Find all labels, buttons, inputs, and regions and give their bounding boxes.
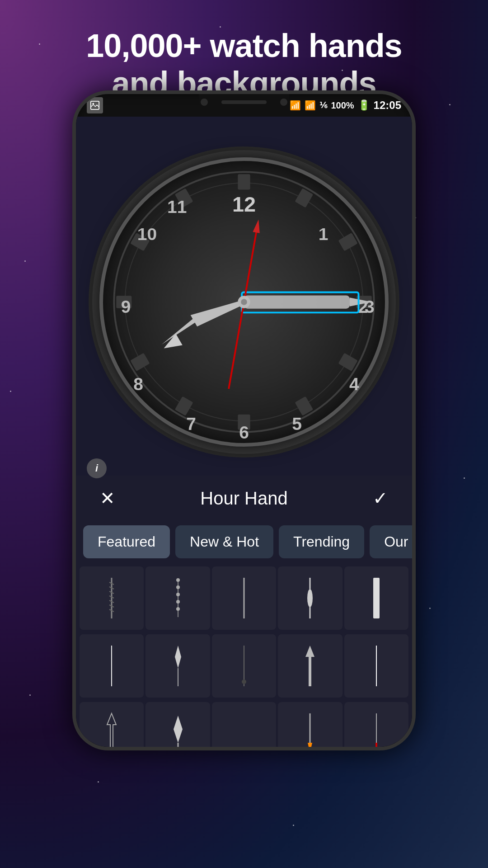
tab-our-pic[interactable]: Our Pic [370,525,412,558]
svg-point-76 [242,679,246,684]
svg-text:4: 4 [349,374,359,394]
tab-featured[interactable]: Featured [83,525,170,558]
clock-face: 12 1 2 3 4 5 6 7 8 9 10 11 [99,157,389,447]
headline-line1: 10,000+ watch hands [86,28,402,64]
cancel-button[interactable]: ✕ [94,485,121,512]
phone-frame: 📶 📶 ⅙ 100% 🔋 12:05 [72,90,416,750]
hour-hand-graphic [156,288,248,354]
bluetooth-icon: 📶 [290,100,301,111]
status-bar: 📶 📶 ⅙ 100% 🔋 12:05 [76,94,412,117]
battery-icon: 🔋 [358,99,370,111]
svg-point-65 [176,607,180,611]
hand-item[interactable] [344,566,408,630]
svg-rect-16 [238,174,250,189]
svg-point-57 [176,578,180,582]
svg-point-63 [176,600,180,604]
minute-hand-group [242,292,372,313]
hand-item[interactable] [145,566,210,630]
hand-item[interactable] [278,702,342,750]
status-left [87,97,103,113]
clock-svg: 12 1 2 3 4 5 6 7 8 9 10 11 [103,161,385,443]
svg-text:9: 9 [121,297,131,316]
svg-marker-40 [156,288,245,350]
wifi-icon: 📶 [305,100,316,111]
svg-marker-80 [174,716,183,743]
hand-item[interactable] [80,566,144,630]
hands-grid-row2 [76,631,412,698]
hand-item[interactable] [80,634,144,698]
time-display: 12:05 [374,99,401,112]
svg-marker-77 [305,646,314,686]
svg-text:11: 11 [167,197,187,217]
hand-item[interactable] [278,566,342,630]
info-button[interactable]: i [87,458,107,478]
svg-text:6: 6 [239,423,249,442]
signal-icon: ⅙ [319,100,327,110]
hand-item[interactable] [212,566,276,630]
hand-item[interactable] [212,702,276,750]
clock-area: 12 1 2 3 4 5 6 7 8 9 10 11 [76,117,412,487]
svg-rect-42 [244,295,350,308]
svg-text:12: 12 [232,193,256,216]
side-button [413,184,416,221]
action-bar: ✕ Hour Hand ✓ [76,476,412,521]
svg-point-69 [307,589,313,607]
svg-text:5: 5 [292,414,302,434]
svg-rect-71 [373,578,380,618]
wallpaper-icon [87,97,103,113]
hands-grid-row3 [76,698,412,750]
hand-item[interactable] [145,634,210,698]
hand-item[interactable] [145,702,210,750]
hand-item[interactable] [344,634,408,698]
svg-point-59 [176,585,180,589]
svg-text:7: 7 [186,414,196,434]
hand-item[interactable] [278,634,342,698]
tab-trending[interactable]: Trending [279,525,364,558]
svg-marker-46 [253,219,262,233]
hand-item[interactable] [80,702,144,750]
svg-text:1: 1 [319,225,328,244]
svg-text:10: 10 [137,225,157,244]
battery-percent: 100% [331,100,354,111]
hand-item[interactable] [344,702,408,750]
panel-title: Hour Hand [200,488,287,509]
svg-text:3: 3 [365,297,375,316]
svg-point-48 [241,299,247,305]
svg-marker-83 [308,743,312,750]
tab-new-hot[interactable]: New & Hot [175,525,273,558]
bottom-panel: ✕ Hour Hand ✓ Featured New & Hot Trendin… [76,476,412,747]
confirm-button[interactable]: ✓ [367,485,394,512]
svg-point-61 [176,593,180,596]
status-right: 📶 📶 ⅙ 100% 🔋 12:05 [290,99,401,112]
svg-text:8: 8 [133,374,143,394]
tab-bar: Featured New & Hot Trending Our Pic [76,521,412,563]
hand-item[interactable] [212,634,276,698]
svg-marker-79 [107,713,116,750]
hands-grid-row1 [76,563,412,631]
svg-marker-73 [175,646,181,668]
